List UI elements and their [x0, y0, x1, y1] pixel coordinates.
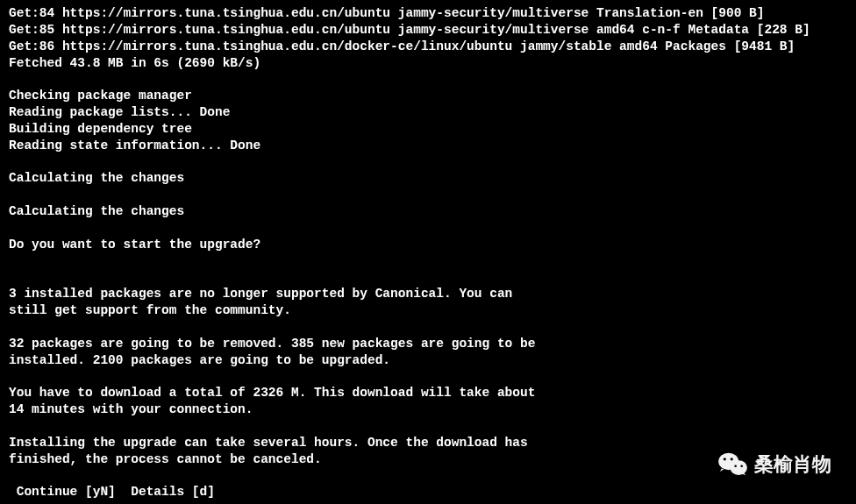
terminal-line: still get support from the community. — [9, 302, 847, 319]
terminal-line — [9, 220, 847, 237]
terminal-line: 14 minutes with your connection. — [9, 401, 847, 418]
terminal-line — [9, 253, 847, 270]
terminal-line: Fetched 43.8 MB in 6s (2690 kB/s) — [9, 55, 847, 72]
terminal-line: Get:84 https://mirrors.tuna.tsinghua.edu… — [9, 5, 847, 22]
terminal-line: Reading package lists... Done — [9, 104, 847, 121]
terminal-line: Checking package manager — [9, 88, 847, 104]
terminal-output[interactable]: Get:84 https://mirrors.tuna.tsinghua.edu… — [9, 5, 847, 500]
wechat-icon — [717, 451, 749, 478]
terminal-line — [9, 187, 847, 203]
svg-point-1 — [730, 460, 746, 475]
svg-point-2 — [724, 458, 726, 460]
svg-point-3 — [731, 458, 733, 460]
terminal-line: installed. 2100 packages are going to be… — [9, 352, 847, 369]
terminal-line — [9, 418, 847, 435]
terminal-line: Calculating the changes — [9, 170, 847, 187]
terminal-line: 3 installed packages are no longer suppo… — [9, 286, 847, 302]
terminal-line: Building dependency tree — [9, 121, 847, 138]
watermark: 桑榆肖物 — [717, 451, 831, 478]
terminal-line: Reading state information... Done — [9, 138, 847, 154]
terminal-line — [9, 319, 847, 336]
terminal-line — [9, 270, 847, 287]
terminal-line — [9, 369, 847, 386]
terminal-line — [9, 154, 847, 171]
svg-point-4 — [734, 465, 737, 467]
terminal-line: Get:86 https://mirrors.tuna.tsinghua.edu… — [9, 39, 847, 55]
terminal-line: Do you want to start the upgrade? — [9, 237, 847, 253]
terminal-line — [9, 71, 847, 88]
terminal-prompt[interactable]: Continue [yN] Details [d] — [9, 484, 847, 500]
svg-point-5 — [740, 465, 743, 467]
terminal-line: Calculating the changes — [9, 203, 847, 220]
terminal-line: Get:85 https://mirrors.tuna.tsinghua.edu… — [9, 22, 847, 39]
watermark-text: 桑榆肖物 — [754, 452, 831, 478]
terminal-line: You have to download a total of 2326 M. … — [9, 385, 847, 401]
terminal-line: Installing the upgrade can take several … — [9, 435, 847, 451]
terminal-line: 32 packages are going to be removed. 385… — [9, 336, 847, 352]
